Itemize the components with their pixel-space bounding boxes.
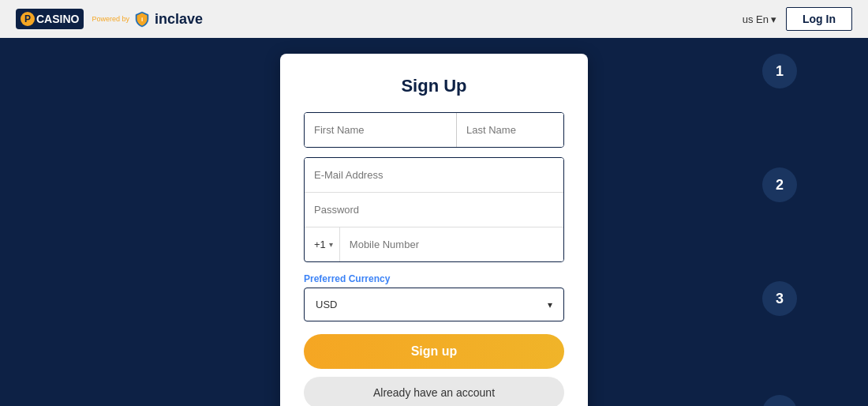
email-input[interactable]: [305, 158, 563, 193]
first-name-input[interactable]: [305, 113, 457, 147]
currency-value: USD: [316, 299, 337, 310]
chevron-down-icon: ▾: [329, 240, 333, 249]
phone-row: +1 ▾: [305, 227, 563, 261]
phone-input[interactable]: [340, 227, 563, 261]
step-4-circle: 4: [762, 395, 797, 406]
chevron-down-icon: ▾: [548, 299, 552, 310]
powered-by-text: Powered by: [92, 15, 129, 24]
name-row: [304, 112, 564, 148]
inclave-shield-icon: i: [133, 10, 151, 28]
signup-button[interactable]: Sign up: [304, 334, 564, 369]
chevron-down-icon: ▾: [771, 13, 776, 25]
login-button[interactable]: Log In: [786, 7, 852, 31]
password-input[interactable]: [305, 193, 563, 227]
fields-group: +1 ▾: [304, 157, 564, 262]
step-circles: 1 2 3 4: [762, 54, 797, 406]
punt-logo-box: P CASINO: [16, 9, 84, 29]
phone-prefix-text: +1: [314, 239, 326, 250]
last-name-input[interactable]: [457, 113, 564, 147]
step-3-circle: 3: [762, 281, 797, 316]
inclave-text: inclave: [155, 11, 203, 28]
header-right: us En ▾ Log In: [743, 7, 852, 31]
currency-label: Preferred Currency: [304, 273, 564, 284]
currency-selector[interactable]: USD ▾: [304, 288, 564, 321]
signup-card: Sign Up +1 ▾ Preferred Currency USD ▾: [280, 54, 588, 406]
main-content: Sign Up +1 ▾ Preferred Currency USD ▾: [0, 38, 868, 406]
header-left: P CASINO Powered by i inclave: [16, 9, 203, 29]
header: P CASINO Powered by i inclave us En ▾ Lo…: [0, 0, 868, 38]
punt-logo: P CASINO: [16, 9, 84, 29]
step-1-circle: 1: [762, 54, 797, 88]
language-selector[interactable]: us En ▾: [743, 13, 776, 25]
inclave-logo: Powered by i inclave: [92, 10, 203, 28]
signup-title: Sign Up: [304, 76, 564, 96]
phone-prefix-selector[interactable]: +1 ▾: [305, 227, 340, 261]
language-text: us En: [743, 13, 769, 25]
punt-p-letter: P: [21, 12, 35, 26]
step-2-circle: 2: [762, 167, 797, 202]
already-have-account-button[interactable]: Already have an account: [304, 377, 564, 406]
svg-text:i: i: [141, 16, 143, 23]
punt-casino-text: CASINO: [36, 13, 79, 25]
